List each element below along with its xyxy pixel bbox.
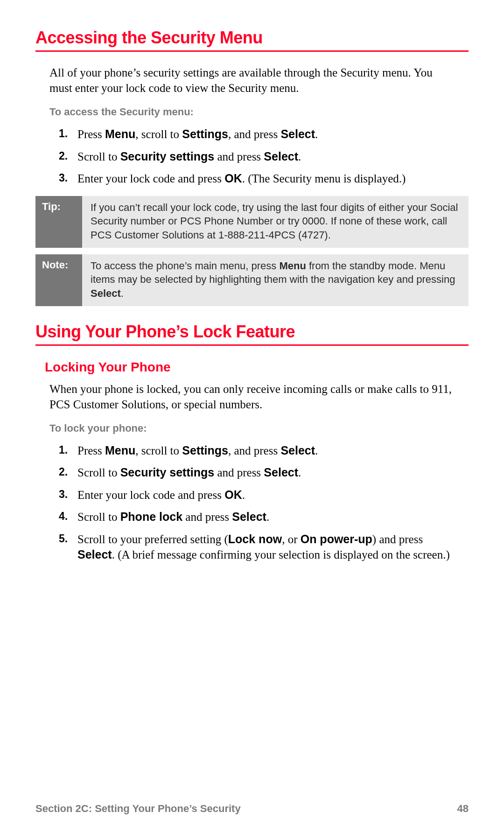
intro-lock-paragraph: When your phone is locked, you can only … xyxy=(49,381,455,412)
tip-label: Tip: xyxy=(35,196,82,248)
page-footer: Section 2C: Setting Your Phone’s Securit… xyxy=(35,803,469,815)
note-body: To access the phone’s main menu, press M… xyxy=(82,254,469,306)
step: Enter your lock code and press OK. (The … xyxy=(49,171,455,187)
subhead-to-access: To access the Security menu: xyxy=(49,106,469,118)
heading-using-lock: Using Your Phone’s Lock Feature xyxy=(35,322,469,342)
steps-lock-phone: Press Menu, scroll to Settings, and pres… xyxy=(49,443,455,563)
footer-section-label: Section 2C: Setting Your Phone’s Securit… xyxy=(35,803,241,815)
tip-callout: Tip: If you can’t recall your lock code,… xyxy=(35,196,469,248)
step: Press Menu, scroll to Settings, and pres… xyxy=(49,443,455,459)
tip-body: If you can’t recall your lock code, try … xyxy=(82,196,469,248)
footer-page-number: 48 xyxy=(457,803,469,815)
note-callout: Note: To access the phone’s main menu, p… xyxy=(35,254,469,306)
note-label: Note: xyxy=(35,254,82,306)
step: Scroll to Security settings and press Se… xyxy=(49,465,455,481)
step: Press Menu, scroll to Settings, and pres… xyxy=(49,126,455,142)
subheading-locking-phone: Locking Your Phone xyxy=(45,360,469,375)
heading-accessing-security: Accessing the Security Menu xyxy=(35,28,469,48)
rule xyxy=(35,344,469,346)
step: Scroll to your preferred setting (Lock n… xyxy=(49,532,455,563)
step: Scroll to Security settings and press Se… xyxy=(49,149,455,165)
steps-access-security: Press Menu, scroll to Settings, and pres… xyxy=(49,126,455,187)
step: Scroll to Phone lock and press Select. xyxy=(49,509,455,525)
rule xyxy=(35,50,469,52)
step: Enter your lock code and press OK. xyxy=(49,487,455,503)
subhead-to-lock: To lock your phone: xyxy=(49,422,469,434)
intro-paragraph: All of your phone’s security settings ar… xyxy=(49,65,455,96)
